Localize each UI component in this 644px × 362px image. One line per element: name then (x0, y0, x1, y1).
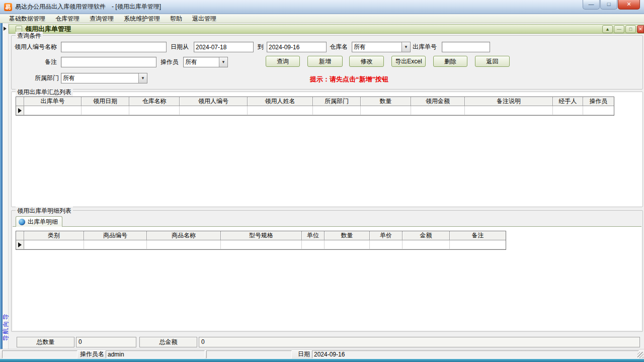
total-amount-label: 总金额 (139, 337, 197, 347)
cell (583, 106, 614, 115)
application-window: 易 易达办公用品出入库领用管理软件 - [领用出库单管理] — □ ✕ 基础数据… (0, 0, 644, 362)
column-header[interactable]: 型号规格 (221, 231, 302, 240)
total-qty-value: 0 (76, 337, 136, 347)
detail-grid-group: 领用出库单明细列表 出库单明细 类别 商品编号 商品名称 型号规格 单位 数量 … (11, 210, 643, 332)
column-header[interactable]: 数量 (325, 231, 370, 240)
chevron-down-icon[interactable]: ▼ (401, 42, 410, 52)
order-no-input[interactable] (442, 42, 490, 52)
menu-system-maintenance[interactable]: 系统维护管理 (119, 14, 165, 23)
maximize-button[interactable]: □ (600, 0, 617, 10)
cell (361, 106, 411, 115)
status-operator-value: admin (106, 350, 205, 358)
summary-grid-header-row: 出库单号 领用日期 仓库名称 领用人编号 领用人姓名 所属部门 数量 领用金额 … (16, 97, 614, 106)
remark-label: 备注 (45, 57, 57, 67)
minimize-button[interactable]: — (583, 0, 600, 10)
operator-select[interactable]: 所有 ▼ (183, 57, 228, 67)
column-header[interactable]: 领用人姓名 (248, 97, 313, 106)
menu-query[interactable]: 查询管理 (85, 14, 119, 23)
hint-text: 提示：请先点击“新增”按钮 (310, 75, 388, 84)
menu-help[interactable]: 帮助 (165, 14, 187, 23)
tab-detail[interactable]: 出库单明细 (16, 216, 62, 227)
column-header[interactable]: 商品编号 (84, 231, 147, 240)
cell (370, 240, 403, 249)
add-button[interactable]: 新增 (307, 56, 343, 67)
globe-icon (19, 219, 25, 225)
table-row[interactable] (16, 106, 614, 115)
department-select[interactable]: 所有 ▼ (61, 73, 147, 83)
delete-button[interactable]: 删除 (433, 56, 467, 67)
cell (221, 240, 302, 249)
cell (403, 240, 450, 249)
status-date-value: 2024-09-16 (312, 350, 639, 358)
total-amount-value: 0 (199, 337, 640, 347)
mdi-close-button[interactable]: ✕ (637, 25, 644, 33)
resize-grip[interactable] (637, 352, 643, 358)
export-excel-button[interactable]: 导出Excel (391, 56, 426, 67)
mdi-maximize-button[interactable]: □ (625, 25, 636, 33)
column-header[interactable]: 数量 (361, 97, 411, 106)
window-bottom-border (0, 359, 644, 362)
row-indicator-cell (16, 240, 24, 249)
column-header[interactable]: 出库单号 (24, 97, 82, 106)
chevron-down-icon[interactable]: ▼ (138, 73, 147, 83)
column-header[interactable]: 领用人编号 (180, 97, 248, 106)
remark-input[interactable] (61, 57, 156, 67)
table-row[interactable] (16, 240, 506, 249)
column-header[interactable]: 仓库名称 (129, 97, 180, 106)
status-date-label: 日期 (295, 350, 310, 358)
warehouse-label: 仓库名 (330, 42, 348, 52)
cell (147, 240, 221, 249)
summary-grid-group: 领用出库单汇总列表 出库单号 领用日期 仓库名称 领用人编号 领用人姓名 所属部… (11, 92, 643, 207)
row-indicator-icon (18, 242, 22, 247)
close-button[interactable]: ✕ (618, 0, 640, 10)
cell (553, 106, 583, 115)
mdi-minimize-button[interactable]: — (614, 25, 624, 33)
date-from-label: 日期从 (171, 42, 189, 52)
detail-grid-header-row: 类别 商品编号 商品名称 型号规格 单位 数量 单价 金额 备注 (16, 231, 506, 240)
operator-label: 操作员 (160, 57, 179, 67)
column-header[interactable]: 商品名称 (147, 231, 221, 240)
total-qty-label: 总数量 (17, 337, 74, 347)
nav-panel-vertical-label[interactable]: 导航向导 (2, 305, 10, 350)
app-icon: 易 (4, 3, 12, 11)
cell (129, 106, 180, 115)
column-header[interactable]: 金额 (403, 231, 450, 240)
mdi-restore-button[interactable]: ▲ (602, 25, 613, 33)
row-indicator-cell (16, 106, 24, 115)
status-empty-panel (206, 350, 292, 358)
menu-exit[interactable]: 退出管理 (187, 14, 221, 23)
nav-panel-collapsed[interactable]: 导航向导 (3, 23, 9, 359)
column-header[interactable]: 备注说明 (465, 97, 553, 106)
recipient-input[interactable] (61, 42, 167, 52)
menu-warehouse[interactable]: 仓库管理 (50, 14, 85, 23)
column-header[interactable]: 单位 (302, 231, 325, 240)
column-header[interactable]: 领用金额 (411, 97, 465, 106)
department-select-value: 所有 (61, 73, 138, 83)
cell (248, 106, 313, 115)
chevron-down-icon[interactable]: ▼ (219, 57, 227, 67)
cell (450, 240, 506, 249)
query-conditions-group: 查询条件 领用人编号名称 日期从 到 仓库名 所有 ▼ 出库单号 备注 操作员 … (11, 35, 643, 89)
date-to-input[interactable] (267, 42, 327, 52)
cell (411, 106, 465, 115)
cell (313, 106, 361, 115)
recipient-label: 领用人编号名称 (15, 42, 57, 52)
date-from-input[interactable] (194, 42, 254, 52)
warehouse-select[interactable]: 所有 ▼ (352, 42, 411, 52)
nav-expand-icon[interactable] (4, 27, 7, 31)
search-button[interactable]: 查询 (266, 56, 300, 67)
column-header[interactable]: 操作员 (583, 97, 614, 106)
cell (24, 106, 82, 115)
column-header[interactable]: 经手人 (553, 97, 583, 106)
edit-button[interactable]: 修改 (349, 56, 384, 67)
selector-header (16, 231, 24, 240)
column-header[interactable]: 类别 (24, 231, 84, 240)
column-header[interactable]: 所属部门 (313, 97, 361, 106)
status-empty-panel (2, 350, 77, 358)
column-header[interactable]: 单价 (370, 231, 403, 240)
return-button[interactable]: 返回 (475, 56, 510, 67)
column-header[interactable]: 领用日期 (82, 97, 129, 106)
column-header[interactable]: 备注 (450, 231, 506, 240)
menu-basic-data[interactable]: 基础数据管理 (4, 14, 50, 23)
query-group-title: 查询条件 (16, 32, 43, 40)
